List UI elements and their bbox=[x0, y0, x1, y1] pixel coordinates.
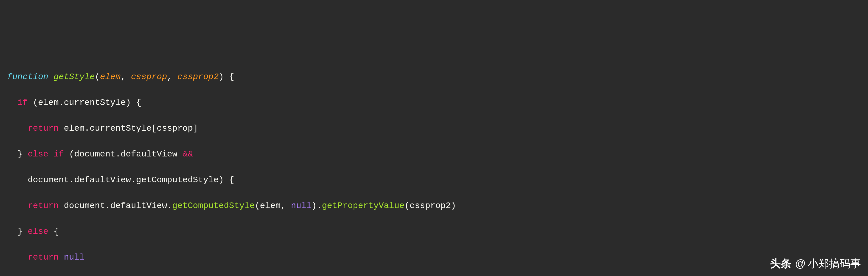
keyword-function: function bbox=[7, 72, 48, 82]
param-elem: elem bbox=[100, 72, 121, 82]
identifier: currentStyle bbox=[64, 98, 126, 107]
method-getComputedStyle: getComputedStyle bbox=[172, 201, 255, 211]
keyword-null: null bbox=[291, 201, 312, 211]
operator-and: && bbox=[183, 149, 193, 159]
function-name: getStyle bbox=[54, 72, 95, 82]
code-line: function getStyle(elem, cssprop, cssprop… bbox=[7, 71, 861, 83]
watermark-brand: 头条 bbox=[770, 255, 792, 271]
code-line: return elem.currentStyle[cssprop] bbox=[7, 122, 861, 135]
code-line: } else if (document.defaultView && bbox=[7, 148, 861, 161]
code-line: return document.defaultView.getComputedS… bbox=[7, 199, 861, 212]
keyword-return: return bbox=[28, 124, 59, 133]
method-getPropertyValue: getPropertyValue bbox=[322, 201, 404, 211]
code-editor: function getStyle(elem, cssprop, cssprop… bbox=[7, 58, 861, 276]
identifier: elem bbox=[38, 98, 59, 107]
code-line: document.defaultView.getComputedStyle) { bbox=[7, 174, 861, 186]
code-line: return null bbox=[7, 251, 861, 264]
keyword-else: else bbox=[28, 149, 49, 159]
param-cssprop2: cssprop2 bbox=[177, 72, 219, 82]
keyword-if: if bbox=[18, 98, 28, 107]
watermark: 头条 @小郑搞码事 bbox=[770, 255, 861, 271]
paren-open: ( bbox=[95, 72, 100, 82]
brace-open: { bbox=[229, 72, 234, 82]
code-line: } else { bbox=[7, 225, 861, 238]
watermark-author: 小郑搞码事 bbox=[808, 255, 861, 271]
watermark-at: @ bbox=[795, 255, 806, 271]
param-cssprop: cssprop bbox=[131, 72, 167, 82]
code-line: if (elem.currentStyle) { bbox=[7, 96, 861, 109]
